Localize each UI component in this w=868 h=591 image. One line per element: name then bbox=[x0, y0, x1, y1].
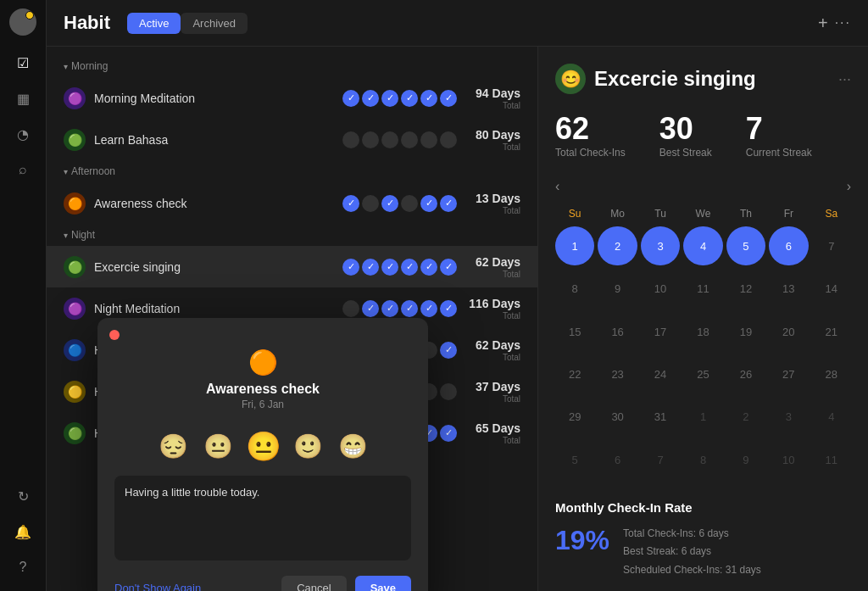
check-6: ✓ bbox=[440, 425, 457, 442]
cal-day-next-5: 5 bbox=[555, 440, 594, 479]
cal-day-12[interactable]: 12 bbox=[726, 269, 765, 308]
check-2: ✓ bbox=[362, 300, 379, 317]
section-afternoon: ▾ Afternoon bbox=[47, 160, 537, 182]
cal-day-24[interactable]: 24 bbox=[641, 354, 680, 393]
cal-day-28[interactable]: 28 bbox=[812, 354, 851, 393]
habit-checks-awareness-check: ✓ ✓ ✓ ✓ bbox=[342, 195, 457, 212]
section-morning: ▾ Morning bbox=[47, 55, 537, 77]
habit-days-morning-meditation: 94 Days Total bbox=[465, 86, 520, 110]
cal-day-7[interactable]: 7 bbox=[812, 226, 851, 265]
modal-save-button[interactable]: Save bbox=[355, 576, 411, 591]
sidebar-icon-search[interactable]: ⌕ bbox=[8, 154, 38, 185]
habit-name-awareness-check: Awareness check bbox=[94, 197, 334, 210]
detail-more-button[interactable]: ··· bbox=[838, 70, 851, 88]
sidebar-icon-help[interactable]: ? bbox=[8, 552, 38, 583]
cal-day-29[interactable]: 29 bbox=[555, 398, 594, 437]
modal-date: Fri, 6 Jan bbox=[242, 399, 284, 410]
cal-day-18[interactable]: 18 bbox=[683, 312, 722, 351]
emoji-neutral[interactable]: 😐 bbox=[202, 431, 235, 462]
check-5: ✓ bbox=[420, 300, 437, 317]
check-1: ✓ bbox=[342, 259, 359, 276]
cal-day-31[interactable]: 31 bbox=[641, 398, 680, 437]
cal-day-13[interactable]: 13 bbox=[769, 269, 808, 308]
section-night-label: Night bbox=[71, 229, 95, 241]
habit-icon-7: 🟡 bbox=[64, 381, 86, 403]
habit-awareness-check[interactable]: 🟠 Awareness check ✓ ✓ ✓ ✓ 13 Days Total bbox=[47, 182, 537, 224]
calendar-nav: ‹ › bbox=[555, 179, 851, 194]
cal-day-15[interactable]: 15 bbox=[555, 312, 594, 351]
cal-day-20[interactable]: 20 bbox=[769, 312, 808, 351]
detail-header: 😊 Excercie singing ··· bbox=[555, 64, 851, 94]
more-button[interactable]: ··· bbox=[835, 15, 851, 31]
checkin-scheduled: Scheduled Check-Ins: 31 days bbox=[623, 561, 761, 580]
dont-show-again-button[interactable]: Don't Show Again bbox=[114, 582, 201, 591]
sidebar-icon-bell[interactable]: 🔔 bbox=[8, 516, 38, 547]
monthly-checkin-section: Monthly Check-In Rate 19% Total Check-In… bbox=[555, 500, 851, 580]
cal-day-14[interactable]: 14 bbox=[812, 269, 851, 308]
habit-excercie-singing[interactable]: 🟢 Excercie singing ✓ ✓ ✓ ✓ ✓ ✓ 62 Days T… bbox=[47, 246, 537, 287]
check-4: ✓ bbox=[401, 300, 418, 317]
cal-day-2[interactable]: 2 bbox=[598, 226, 637, 265]
habit-days-night-meditation: 116 Days Total bbox=[465, 296, 520, 321]
header: Habit Active Archived + ··· bbox=[47, 0, 868, 47]
add-button[interactable]: + bbox=[818, 14, 828, 33]
calendar-next-button[interactable]: › bbox=[847, 179, 851, 194]
main-area: Habit Active Archived + ··· ▾ Morning 🟣 … bbox=[47, 0, 868, 591]
avatar[interactable] bbox=[9, 8, 36, 36]
check-3: ✓ bbox=[381, 300, 398, 317]
habit-name-learn-bahasa: Learn Bahasa bbox=[94, 133, 334, 147]
check-5: ✓ bbox=[420, 195, 437, 212]
cal-day-5[interactable]: 5 bbox=[726, 226, 765, 265]
habit-learn-bahasa[interactable]: 🟢 Learn Bahasa 80 Days Total bbox=[47, 119, 537, 160]
sidebar-icon-clock[interactable]: ◔ bbox=[8, 119, 38, 149]
cal-header-tu: Tu bbox=[641, 204, 680, 223]
cal-day-17[interactable]: 17 bbox=[641, 312, 680, 351]
modal-textarea[interactable]: Having a little trouble today. bbox=[114, 476, 411, 560]
cal-day-8[interactable]: 8 bbox=[555, 269, 594, 308]
sidebar-icon-calendar[interactable]: ▦ bbox=[8, 83, 38, 114]
tab-active[interactable]: Active bbox=[127, 13, 181, 34]
cal-day-3[interactable]: 3 bbox=[641, 226, 680, 265]
check-4: ✓ bbox=[401, 90, 418, 107]
habit-morning-meditation[interactable]: 🟣 Morning Meditation ✓ ✓ ✓ ✓ ✓ ✓ 94 Days… bbox=[47, 77, 537, 119]
modal-awareness-check: 🟠 Awareness check Fri, 6 Jan 😔 😐 😐 🙂 😁 H… bbox=[97, 318, 428, 591]
check-4: ✓ bbox=[401, 259, 418, 276]
sidebar-icon-refresh[interactable]: ↻ bbox=[8, 481, 38, 511]
habit-icon-excercie-singing: 🟢 bbox=[64, 256, 86, 278]
cal-day-1[interactable]: 1 bbox=[555, 226, 594, 265]
cal-day-next-3: 3 bbox=[769, 398, 808, 437]
checkin-total: Total Check-Ins: 6 days bbox=[623, 525, 761, 544]
cal-day-next-4: 4 bbox=[812, 398, 851, 437]
cal-day-4[interactable]: 4 bbox=[683, 226, 722, 265]
emoji-smile[interactable]: 🙂 bbox=[292, 431, 325, 462]
habit-days-awareness-check: 13 Days Total bbox=[465, 191, 520, 215]
habit-days-excercie-singing: 62 Days Total bbox=[465, 254, 520, 279]
sidebar-icon-checkbox[interactable]: ☑ bbox=[8, 47, 38, 78]
emoji-meh[interactable]: 😐 bbox=[243, 427, 283, 465]
stat-best-streak-value: 30 bbox=[659, 111, 712, 147]
cal-day-19[interactable]: 19 bbox=[726, 312, 765, 351]
cal-day-22[interactable]: 22 bbox=[555, 354, 594, 393]
emoji-sad[interactable]: 😔 bbox=[157, 431, 190, 462]
cal-day-23[interactable]: 23 bbox=[598, 354, 637, 393]
cal-day-9[interactable]: 9 bbox=[598, 269, 637, 308]
cal-day-6[interactable]: 6 bbox=[769, 226, 808, 265]
cal-day-25[interactable]: 25 bbox=[683, 354, 722, 393]
cal-day-next-6: 6 bbox=[598, 440, 637, 479]
modal-cancel-button[interactable]: Cancel bbox=[281, 576, 346, 591]
cal-day-26[interactable]: 26 bbox=[726, 354, 765, 393]
cal-day-30[interactable]: 30 bbox=[598, 398, 637, 437]
emoji-happy[interactable]: 😁 bbox=[337, 431, 370, 462]
cal-day-27[interactable]: 27 bbox=[769, 354, 808, 393]
cal-day-21[interactable]: 21 bbox=[812, 312, 851, 351]
cal-day-16[interactable]: 16 bbox=[598, 312, 637, 351]
check-6: ✓ bbox=[440, 342, 457, 359]
check-2: ✓ bbox=[362, 259, 379, 276]
cal-day-10[interactable]: 10 bbox=[641, 269, 680, 308]
calendar-prev-button[interactable]: ‹ bbox=[555, 179, 559, 194]
check-6 bbox=[440, 383, 457, 400]
tab-group: Active Archived bbox=[127, 13, 248, 34]
cal-day-11[interactable]: 11 bbox=[683, 269, 722, 308]
modal-close-button[interactable] bbox=[109, 330, 120, 340]
tab-archived[interactable]: Archived bbox=[181, 13, 248, 34]
